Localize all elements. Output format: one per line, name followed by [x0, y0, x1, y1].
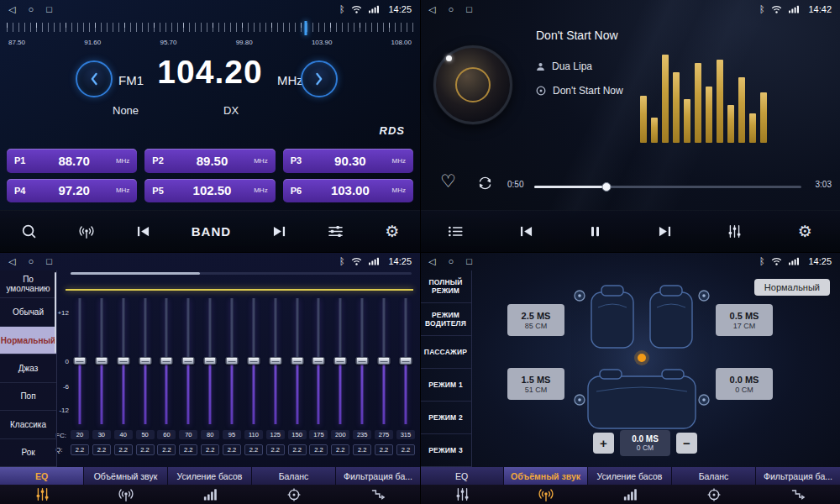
nav-home-icon[interactable]: ○: [28, 252, 34, 270]
listening-mode-item[interactable]: РЕЖИМ ВОДИТЕЛЯ: [420, 303, 471, 336]
eq-tab-bass-boost[interactable]: Усиление басов: [168, 467, 252, 504]
playlist-button[interactable]: [444, 222, 466, 241]
band-button[interactable]: BAND: [188, 221, 234, 242]
surround-tab-eq[interactable]: EQ: [420, 467, 504, 504]
nav-back-icon[interactable]: ◁: [8, 0, 15, 18]
frequency-scale[interactable]: 87.50 91.60 95.70 99.80 103.90 108.00: [7, 21, 413, 50]
eq-preset-item[interactable]: Классика: [0, 411, 56, 438]
preset-button-p4[interactable]: P497.20MHz: [7, 179, 137, 203]
listening-mode-item[interactable]: РЕЖИМ 1: [420, 369, 471, 402]
mixer-button[interactable]: [724, 221, 745, 242]
eq-band-slider[interactable]: [136, 298, 155, 424]
scan-button[interactable]: [18, 220, 40, 243]
eq-preset-item[interactable]: Поп: [0, 383, 56, 411]
album-art[interactable]: [433, 45, 512, 124]
nav-home-icon[interactable]: ○: [28, 0, 34, 18]
pause-button[interactable]: [585, 222, 605, 241]
tune-down-button[interactable]: [76, 60, 113, 97]
slider-knob[interactable]: [312, 357, 325, 365]
eq-band-slider[interactable]: [114, 298, 133, 424]
eq-preset-item[interactable]: Рок: [0, 439, 56, 467]
slider-knob[interactable]: [117, 357, 129, 365]
nav-back-icon[interactable]: ◁: [8, 252, 15, 270]
eq-band-slider[interactable]: [288, 298, 307, 424]
surround-tab-balance[interactable]: Баланс: [672, 467, 756, 504]
eq-band-slider[interactable]: [353, 298, 371, 424]
next-station-button[interactable]: [269, 222, 290, 241]
tune-up-button[interactable]: [301, 60, 338, 97]
slider-knob[interactable]: [74, 357, 87, 365]
slider-knob[interactable]: [334, 357, 347, 365]
slider-knob[interactable]: [182, 357, 195, 365]
preset-button-p2[interactable]: P289.50MHz: [144, 149, 275, 173]
eq-preset-item[interactable]: Обычай: [0, 298, 56, 326]
delay-card-rear-right[interactable]: 0.0 MS 0 CM: [716, 368, 773, 400]
next-track-button[interactable]: [654, 222, 675, 241]
surround-tab-bass-boost[interactable]: Усиление басов: [588, 467, 672, 504]
eq-tab-balance[interactable]: Баланс: [252, 467, 336, 504]
eq-band-slider[interactable]: [71, 298, 89, 424]
nav-recents-icon[interactable]: □: [46, 252, 52, 270]
delay-card-rear-left[interactable]: 1.5 MS 51 CM: [507, 368, 564, 400]
scrollbar-handle[interactable]: [71, 272, 200, 275]
nav-recents-icon[interactable]: □: [466, 0, 472, 18]
surround-tab-surround-sound[interactable]: Объёмный звук: [504, 467, 588, 504]
broadcast-button[interactable]: [75, 221, 98, 243]
eq-band-slider[interactable]: [179, 298, 197, 424]
eq-band-slider[interactable]: [375, 298, 393, 424]
slider-knob[interactable]: [139, 357, 151, 365]
nav-home-icon[interactable]: ○: [448, 0, 454, 18]
eq-band-slider[interactable]: [244, 298, 263, 424]
nav-home-icon[interactable]: ○: [448, 252, 454, 270]
eq-horizontal-scrollbar[interactable]: [71, 272, 412, 275]
listening-mode-item[interactable]: РЕЖИМ 2: [420, 402, 471, 434]
nav-recents-icon[interactable]: □: [466, 252, 472, 270]
slider-knob[interactable]: [204, 357, 217, 365]
settings-button[interactable]: ⚙: [795, 220, 816, 243]
nav-back-icon[interactable]: ◁: [428, 252, 435, 270]
audio-settings-button[interactable]: [324, 221, 347, 242]
increase-delay-button[interactable]: +: [593, 433, 614, 454]
slider-knob[interactable]: [378, 357, 391, 365]
previous-track-button[interactable]: [516, 222, 537, 241]
eq-preset-item[interactable]: Нормальный: [0, 327, 56, 354]
preset-button-p5[interactable]: P5102.50MHz: [144, 179, 275, 203]
listening-mode-item[interactable]: ПОЛНЫЙ РЕЖИМ: [420, 270, 471, 303]
repeat-button[interactable]: [477, 176, 493, 190]
nav-back-icon[interactable]: ◁: [428, 0, 435, 18]
sound-profile-button[interactable]: Нормальный: [754, 279, 830, 296]
delay-card-front-left[interactable]: 2.5 MS 85 CM: [507, 304, 564, 336]
preset-button-p1[interactable]: P188.70MHz: [7, 149, 137, 173]
progress-knob[interactable]: [601, 182, 611, 192]
eq-preset-item[interactable]: Джаз: [0, 354, 56, 382]
preset-button-p3[interactable]: P390.30MHz: [283, 149, 413, 173]
slider-knob[interactable]: [160, 357, 173, 365]
listening-mode-item[interactable]: ПАССАЖИР: [420, 336, 471, 369]
eq-band-slider[interactable]: [157, 298, 176, 424]
decrease-delay-button[interactable]: −: [676, 433, 697, 454]
eq-tab-eq[interactable]: EQ: [0, 467, 84, 504]
eq-tab-surround-sound[interactable]: Объёмный звук: [84, 467, 168, 504]
eq-band-slider[interactable]: [396, 298, 415, 424]
slider-knob[interactable]: [226, 357, 239, 365]
slider-knob[interactable]: [356, 357, 369, 365]
favorite-button[interactable]: ♡: [440, 171, 456, 192]
slider-knob[interactable]: [269, 357, 281, 365]
listening-mode-item[interactable]: РЕЖИМ 3: [420, 434, 471, 467]
slider-knob[interactable]: [291, 357, 303, 365]
slider-knob[interactable]: [399, 357, 412, 365]
previous-station-button[interactable]: [133, 222, 154, 241]
preset-button-p6[interactable]: P6103.00MHz: [283, 179, 413, 203]
eq-preset-item[interactable]: По умолчанию: [0, 270, 56, 298]
eq-band-slider[interactable]: [92, 298, 111, 424]
eq-tab-filter[interactable]: Фильтрация ба...: [336, 467, 420, 504]
slider-knob[interactable]: [95, 357, 108, 365]
slider-knob[interactable]: [247, 357, 260, 365]
progress-bar[interactable]: [534, 186, 801, 188]
settings-button[interactable]: ⚙: [381, 220, 402, 243]
eq-band-slider[interactable]: [309, 298, 328, 424]
eq-band-slider[interactable]: [266, 298, 285, 424]
eq-band-slider[interactable]: [201, 298, 219, 424]
eq-band-slider[interactable]: [223, 298, 241, 424]
surround-tab-filter[interactable]: Фильтрация ба...: [756, 467, 840, 504]
